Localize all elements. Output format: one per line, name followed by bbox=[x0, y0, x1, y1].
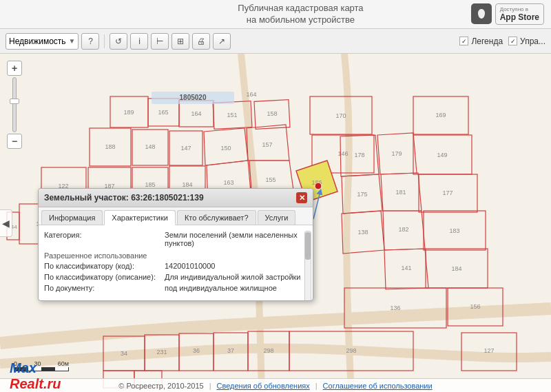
svg-text:136: 136 bbox=[390, 305, 400, 311]
footer: © Росреестр, 2010-2015 | Сведения об обн… bbox=[0, 378, 551, 392]
category-value: Земли поселений (земли населенных пункто… bbox=[165, 231, 307, 247]
svg-text:1805020: 1805020 bbox=[180, 94, 207, 101]
svg-text:177: 177 bbox=[442, 189, 453, 196]
legend-checkbox-icon: ✓ bbox=[459, 37, 468, 45]
svg-text:185: 185 bbox=[145, 181, 155, 188]
svg-text:155: 155 bbox=[265, 176, 276, 183]
map-container[interactable]: 189 165 164 151 158 170 188 148 147 150 … bbox=[0, 54, 551, 392]
doc-value: под индивидуальное жилищное bbox=[165, 284, 307, 292]
info-panel-close-button[interactable]: ✕ bbox=[296, 192, 307, 203]
svg-text:182: 182 bbox=[398, 226, 408, 233]
zoom-slider[interactable] bbox=[12, 77, 17, 132]
svg-text:183: 183 bbox=[449, 227, 459, 234]
footer-copyright: © Росреестр, 2010-2015 bbox=[118, 382, 203, 390]
svg-text:149: 149 bbox=[437, 152, 447, 158]
code-value: 142001010000 bbox=[165, 262, 307, 270]
print-btn[interactable]: 🖨 bbox=[192, 33, 210, 50]
appstore-area[interactable]: Доступно в App Store bbox=[471, 3, 544, 25]
footer-link-updates[interactable]: Сведения об обновлениях bbox=[217, 382, 310, 390]
desc-label: По классификатору (описание): bbox=[44, 273, 165, 281]
measure-btn[interactable]: ⊢ bbox=[151, 33, 169, 50]
apple-icon bbox=[471, 3, 492, 24]
svg-text:298: 298 bbox=[263, 347, 273, 354]
tab-characteristics[interactable]: Характеристики bbox=[104, 210, 176, 225]
scale-btn[interactable]: ⊞ bbox=[171, 33, 189, 50]
svg-text:34: 34 bbox=[121, 350, 127, 357]
code-label: По классификатору (код): bbox=[44, 262, 165, 270]
svg-text:164: 164 bbox=[191, 110, 201, 117]
doc-label: По документу: bbox=[44, 284, 165, 292]
select-arrow-icon: ▼ bbox=[69, 37, 76, 45]
svg-text:141: 141 bbox=[401, 265, 411, 271]
info-panel-title: Земельный участок: 63:26:1805021:139 bbox=[44, 193, 204, 203]
footer-sep1: | bbox=[209, 382, 211, 390]
svg-text:184: 184 bbox=[451, 265, 461, 272]
svg-text:175: 175 bbox=[357, 191, 367, 198]
info-row-code: По классификатору (код): 142001010000 bbox=[44, 262, 307, 270]
svg-text:189: 189 bbox=[123, 109, 134, 116]
toolbar-right: ✓ Легенда ✓ Упра... bbox=[459, 37, 545, 46]
manage-toggle[interactable]: ✓ Упра... bbox=[508, 37, 545, 46]
svg-text:298: 298 bbox=[346, 347, 356, 354]
svg-text:148: 148 bbox=[145, 143, 155, 150]
info-scrollbar-thumb[interactable] bbox=[305, 232, 311, 260]
svg-text:37: 37 bbox=[227, 347, 234, 354]
footer-link-agreement[interactable]: Соглашение об использовании bbox=[323, 382, 433, 390]
svg-text:178: 178 bbox=[354, 152, 364, 158]
tab-services[interactable]: Услуги bbox=[258, 210, 296, 225]
nav-left-button[interactable]: ◀ bbox=[0, 209, 12, 237]
legend-toggle[interactable]: ✓ Легенда bbox=[459, 37, 503, 46]
header: Публичная кадастровая карта на мобильном… bbox=[0, 0, 551, 29]
appstore-badge[interactable]: Доступно в App Store bbox=[495, 3, 544, 25]
help-btn[interactable]: ? bbox=[81, 33, 99, 50]
zoom-slider-thumb[interactable] bbox=[10, 99, 19, 104]
info-scrollbar[interactable] bbox=[304, 231, 311, 300]
zoom-in-button[interactable]: + bbox=[7, 61, 22, 76]
svg-text:157: 157 bbox=[262, 141, 272, 148]
svg-text:163: 163 bbox=[223, 179, 233, 186]
svg-text:158: 158 bbox=[267, 110, 277, 117]
tab-information[interactable]: Информация bbox=[41, 210, 103, 225]
svg-text:151: 151 bbox=[227, 112, 237, 118]
logo-max: Max bbox=[10, 360, 61, 376]
export-btn[interactable]: ↗ bbox=[213, 33, 231, 50]
svg-text:156: 156 bbox=[470, 303, 480, 310]
info-row-document: По документу: под индивидуальное жилищно… bbox=[44, 284, 307, 292]
rotate-btn[interactable]: ↺ bbox=[110, 33, 127, 50]
svg-text:165: 165 bbox=[158, 109, 168, 116]
tab-service[interactable]: Кто обслуживает? bbox=[177, 210, 256, 225]
info-row-category: Категория: Земли поселений (земли населе… bbox=[44, 231, 307, 247]
svg-text:188: 188 bbox=[105, 143, 115, 150]
header-subtitle: Публичная кадастровая карта на мобильном… bbox=[238, 3, 363, 26]
svg-text:150: 150 bbox=[220, 145, 231, 152]
footer-sep2: | bbox=[315, 382, 318, 390]
info-tabs: Информация Характеристики Кто обслуживае… bbox=[39, 207, 313, 225]
svg-text:169: 169 bbox=[435, 112, 446, 118]
svg-text:179: 179 bbox=[391, 150, 402, 157]
zoom-out-button[interactable]: − bbox=[7, 134, 22, 149]
svg-text:231: 231 bbox=[156, 349, 167, 355]
svg-point-94 bbox=[315, 183, 322, 189]
info-row-description: По классификатору (описание): Для индиви… bbox=[44, 273, 307, 281]
svg-text:146: 146 bbox=[337, 150, 348, 157]
svg-text:36: 36 bbox=[193, 347, 200, 354]
svg-text:184: 184 bbox=[182, 181, 192, 188]
info-content: Категория: Земли поселений (земли населе… bbox=[39, 225, 313, 300]
zoom-controls: + − bbox=[7, 61, 22, 149]
usage-section-label: Разрешенное использование bbox=[44, 251, 307, 260]
info-btn[interactable]: i bbox=[130, 33, 148, 50]
info-panel-header: Земельный участок: 63:26:1805021:139 ✕ bbox=[39, 189, 313, 207]
property-type-select[interactable]: Недвижимость ▼ bbox=[6, 33, 79, 50]
manage-checkbox-icon: ✓ bbox=[508, 37, 517, 45]
svg-text:181: 181 bbox=[395, 189, 406, 196]
toolbar: Недвижимость ▼ ? ↺ i ⊢ ⊞ 🖨 ↗ ✓ Легенда ✓… bbox=[0, 29, 551, 54]
svg-text:164: 164 bbox=[246, 91, 256, 98]
svg-text:127: 127 bbox=[484, 347, 494, 354]
logo: Max Realt.ru bbox=[10, 360, 61, 392]
logo-realt: Realt.ru bbox=[10, 376, 61, 392]
svg-text:138: 138 bbox=[357, 229, 368, 236]
category-label: Категория: bbox=[44, 231, 165, 239]
svg-text:147: 147 bbox=[180, 145, 191, 152]
desc-value: Для индивидуальной жилой застройки bbox=[165, 273, 307, 281]
svg-text:170: 170 bbox=[335, 112, 346, 119]
